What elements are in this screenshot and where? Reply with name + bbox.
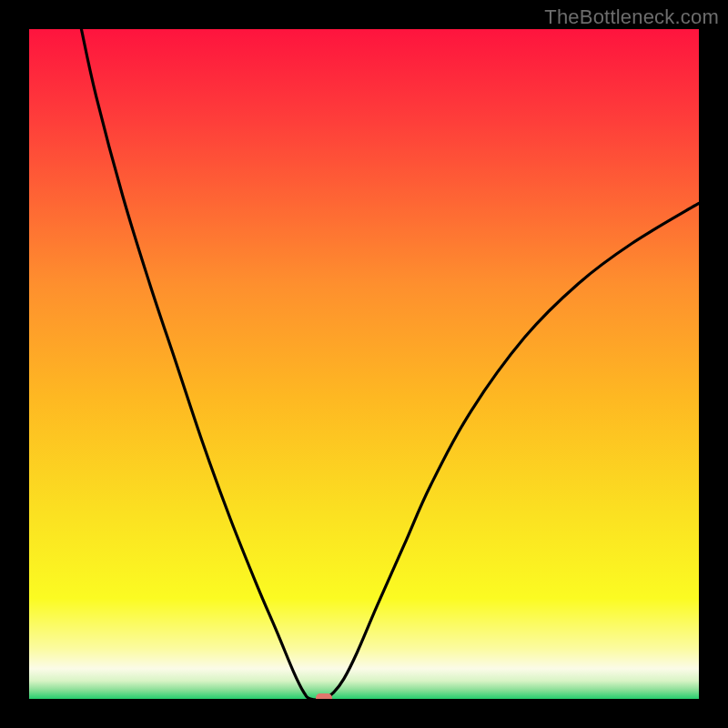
watermark-text: TheBottleneck.com [544, 5, 719, 29]
bottleneck-curve [29, 29, 699, 699]
optimum-marker [316, 693, 332, 699]
plot-area [29, 29, 699, 699]
chart-frame: TheBottleneck.com [0, 0, 728, 728]
